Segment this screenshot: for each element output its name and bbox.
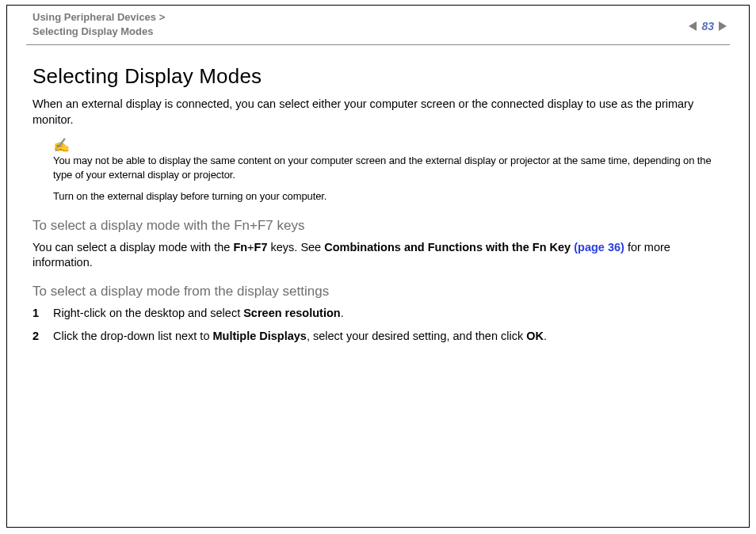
page-number: 83	[700, 20, 716, 32]
step-1: Right-click on the desktop and select Sc…	[32, 306, 724, 322]
page-header: Using Peripheral Devices Selecting Displ…	[26, 6, 730, 45]
subheading-fn-keys: To select a display mode with the Fn+F7 …	[32, 218, 724, 234]
page-36-link[interactable]: (page 36)	[574, 241, 624, 254]
note-text-1: You may not be able to display the same …	[53, 154, 724, 181]
steps-list: Right-click on the desktop and select Sc…	[32, 306, 724, 345]
page-title: Selecting Display Modes	[32, 64, 724, 89]
fn-keys-paragraph: You can select a display mode with the F…	[32, 240, 724, 271]
step-2: Click the drop-down list next to Multipl…	[32, 329, 724, 345]
document-page: Using Peripheral Devices Selecting Displ…	[6, 5, 750, 528]
breadcrumb-section: Using Peripheral Devices	[32, 10, 165, 25]
note-text-2: Turn on the external display before turn…	[53, 189, 724, 204]
prev-page-icon[interactable]	[689, 21, 697, 31]
intro-paragraph: When an external display is connected, y…	[32, 97, 724, 128]
note-icon: ✍	[53, 139, 724, 152]
breadcrumb-page: Selecting Display Modes	[32, 25, 165, 39]
note-block: ✍ You may not be able to display the sam…	[53, 139, 724, 204]
next-page-icon[interactable]	[719, 21, 727, 31]
breadcrumb: Using Peripheral Devices Selecting Displ…	[32, 10, 165, 38]
page-nav: 83	[689, 20, 727, 32]
subheading-display-settings: To select a display mode from the displa…	[32, 284, 724, 299]
page-content: Selecting Display Modes When an external…	[7, 45, 749, 345]
